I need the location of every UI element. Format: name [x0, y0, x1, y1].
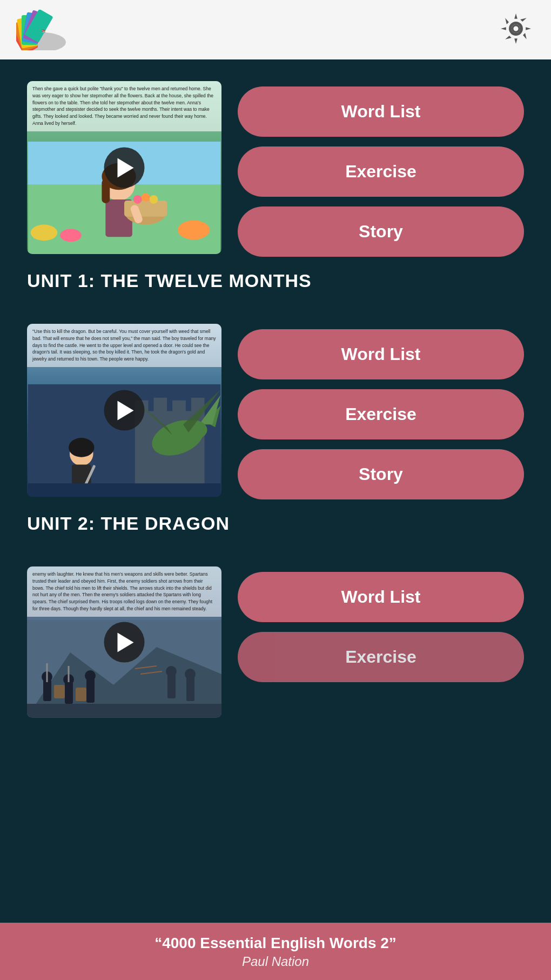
- svg-rect-59: [186, 677, 194, 701]
- unit2-play-button[interactable]: [104, 390, 145, 431]
- svg-rect-49: [86, 678, 95, 703]
- svg-point-50: [85, 670, 96, 681]
- unit1-play-button[interactable]: [104, 148, 145, 188]
- unit2-exercise-button[interactable]: Exercise: [238, 389, 524, 439]
- svg-point-40: [69, 438, 95, 457]
- unit1-wordlist-button[interactable]: Word List: [238, 86, 524, 137]
- app-logo[interactable]: 📚: [16, 8, 70, 51]
- main-content: Then she gave a quick but polite "thank …: [0, 59, 551, 815]
- unit3-buttons: Word List Exercise: [238, 566, 524, 682]
- svg-rect-54: [76, 688, 86, 701]
- unit2-thumbnail[interactable]: "Use this to kill the dragon. But be car…: [27, 324, 221, 497]
- unit1-thumbnail[interactable]: Then she gave a quick but polite "thank …: [27, 81, 221, 254]
- footer-title: “4000 Essential English Words 2”: [11, 935, 540, 952]
- unit-card-2: "Use this to kill the dragon. But be car…: [27, 324, 524, 534]
- unit2-title: UNIT 2: THE DRAGON: [27, 513, 524, 534]
- unit2-buttons: Word List Exercise Story: [238, 324, 524, 499]
- footer-author: Paul Nation: [11, 954, 540, 969]
- svg-point-23: [142, 193, 150, 202]
- svg-point-14: [60, 229, 82, 242]
- unit1-story-button[interactable]: Story: [238, 206, 524, 257]
- svg-point-22: [133, 195, 142, 204]
- svg-rect-47: [65, 682, 73, 704]
- unit-row-3: enemy with laughter. He knew that his me…: [27, 566, 524, 718]
- svg-rect-42: [28, 483, 221, 497]
- unit2-wordlist-button[interactable]: Word List: [238, 329, 524, 379]
- unit1-title: UNIT 1: THE TWELVE MONTHS: [27, 270, 524, 291]
- unit-card-1: Then she gave a quick but polite "thank …: [27, 81, 524, 291]
- svg-point-15: [178, 221, 210, 240]
- svg-rect-45: [43, 679, 51, 701]
- svg-text:📚: 📚: [42, 29, 46, 34]
- unit3-wordlist-button[interactable]: Word List: [238, 572, 524, 622]
- svg-point-24: [150, 195, 158, 204]
- unit1-thumbnail-text: Then she gave a quick but polite "thank …: [27, 81, 221, 131]
- app-header: 📚: [0, 0, 551, 59]
- unit2-thumbnail-text: "Use this to kill the dragon. But be car…: [27, 324, 221, 367]
- app-footer: “4000 Essential English Words 2” Paul Na…: [0, 923, 551, 980]
- unit3-thumbnail-text: enemy with laughter. He knew that his me…: [27, 566, 221, 617]
- svg-point-10: [513, 25, 520, 32]
- unit-card-3: enemy with laughter. He knew that his me…: [27, 566, 524, 718]
- svg-point-13: [31, 225, 58, 241]
- play-triangle-icon-3: [118, 632, 134, 652]
- play-triangle-icon-2: [118, 401, 134, 420]
- gear-icon: [497, 10, 535, 48]
- unit3-play-button[interactable]: [104, 622, 145, 663]
- unit1-buttons: Word List Exercise Story: [238, 81, 524, 257]
- unit-row-2: "Use this to kill the dragon. But be car…: [27, 324, 524, 499]
- svg-point-60: [185, 669, 196, 679]
- unit1-exercise-button[interactable]: Exercise: [238, 146, 524, 197]
- svg-rect-61: [27, 704, 221, 717]
- unit2-story-button[interactable]: Story: [238, 449, 524, 499]
- svg-rect-29: [153, 398, 167, 417]
- unit-row-1: Then she gave a quick but polite "thank …: [27, 81, 524, 257]
- svg-rect-53: [54, 685, 65, 698]
- svg-rect-57: [167, 674, 176, 698]
- logo-icon: 📚: [16, 10, 68, 50]
- settings-button[interactable]: [497, 10, 535, 50]
- unit3-exercise-button[interactable]: Exercise: [238, 632, 524, 682]
- svg-point-58: [166, 666, 177, 677]
- play-triangle-icon: [118, 158, 134, 177]
- svg-rect-19: [102, 179, 110, 203]
- svg-rect-30: [172, 401, 186, 417]
- unit3-thumbnail[interactable]: enemy with laughter. He knew that his me…: [27, 566, 221, 718]
